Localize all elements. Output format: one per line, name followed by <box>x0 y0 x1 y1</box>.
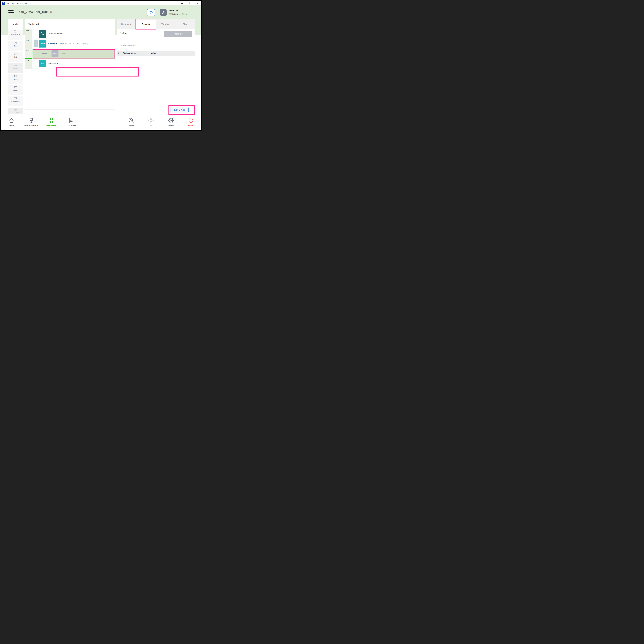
column-variable-name: Variable Name <box>123 52 136 54</box>
annotation-input[interactable] <box>120 42 192 48</box>
app-logo-icon: D <box>2 2 5 5</box>
row-separator <box>25 109 115 110</box>
table-row[interactable]: GlobalVar. GlobalVariables <box>25 29 115 39</box>
task-writer-icon <box>68 117 74 124</box>
column-hash: # <box>118 52 119 54</box>
task-list-panel: Task List 000 GlobalVar. GlobalVariables… <box>25 19 115 114</box>
task-list-title: Task List <box>28 23 39 26</box>
trash-icon <box>14 74 17 78</box>
tool-paste: Paste <box>8 63 23 73</box>
manual-mode-badge <box>160 9 167 16</box>
tool-cut[interactable]: Cut <box>8 52 23 62</box>
power-icon <box>188 117 194 124</box>
tools-panel-title: Tools <box>8 19 23 29</box>
right-panel-tabs: Command Property Variable Play <box>117 19 195 29</box>
nav-label: Home <box>2 124 21 126</box>
start-badge: Start <box>39 40 46 48</box>
multi-select-icon <box>14 30 17 34</box>
tool-label: Cut <box>8 56 23 58</box>
column-value: Value <box>151 52 156 54</box>
row-label: MainSub( Task Vel. 250.000, Acc. 1,0⋯ ) <box>48 42 88 45</box>
nav-label: Task Writer <box>61 124 81 126</box>
row-label: GlobalVariables <box>48 32 63 35</box>
gear-icon <box>168 117 174 124</box>
tree-connector-vertical <box>42 49 42 58</box>
title-bar: D DART-Platform GV02110200 <box>1 1 201 5</box>
tool-label: Delete <box>8 78 23 80</box>
home-icon <box>8 117 15 124</box>
nav-label: Setting <box>161 124 181 126</box>
tool-row-up[interactable]: Row Up <box>8 85 23 95</box>
row-label: Define <box>61 52 67 55</box>
nav-status[interactable]: Status <box>121 114 141 129</box>
nav-label: Jog <box>141 124 161 126</box>
gripper-icon <box>149 10 153 15</box>
tool-delete[interactable]: Delete <box>8 74 23 84</box>
minimize-button[interactable] <box>181 3 183 4</box>
table-row[interactable]: Start MainSub( Task Vel. 250.000, Acc. 1… <box>25 39 115 49</box>
gripper-tool-button[interactable] <box>147 9 155 16</box>
table-row[interactable]: End EndMainSub <box>25 59 115 69</box>
row-up-icon <box>14 85 17 89</box>
nav-power[interactable]: Power <box>181 114 201 129</box>
variable-table-header: # Variable Name Value <box>117 51 195 56</box>
global-var-badge: GlobalVar. <box>39 30 46 38</box>
maximize-button[interactable] <box>189 2 191 4</box>
hand-icon <box>161 10 166 15</box>
tab-play[interactable]: Play <box>175 19 195 29</box>
tool-label: Paste <box>8 67 23 69</box>
paste-icon <box>14 63 17 67</box>
edit-add-button[interactable]: Edit & Add <box>171 107 189 113</box>
screenshot-frame: D DART-Platform GV02110200 Task_20240513… <box>0 0 202 131</box>
confirm-button[interactable]: Confirm <box>164 31 192 37</box>
nav-home[interactable]: Home <box>2 114 21 129</box>
menu-hamburger-icon[interactable] <box>8 10 14 14</box>
tool-label: Row Down <box>8 100 23 102</box>
servo-status: Servo Off <box>169 10 178 12</box>
copy-icon <box>14 41 17 45</box>
tool-label: Copy <box>8 45 23 47</box>
close-icon <box>196 2 199 5</box>
tab-variable[interactable]: Variable <box>156 19 175 29</box>
tool-copy[interactable]: Copy <box>8 41 23 51</box>
tab-property[interactable]: Property <box>136 19 156 29</box>
tool-multi-select[interactable]: Multi-Select <box>8 30 23 40</box>
suppress-icon <box>14 108 17 111</box>
nav-task-builder[interactable]: Task Builder <box>41 114 61 129</box>
nav-label: Task Builder <box>41 124 61 126</box>
table-row-selected[interactable]: Define Define <box>33 49 115 59</box>
nav-label: Workcell Manager <box>21 124 41 126</box>
app-window: D DART-Platform GV02110200 Task_20240513… <box>1 1 201 130</box>
nav-jog: Jog <box>141 114 161 129</box>
nav-label: Status <box>121 124 141 126</box>
window-title: DART-Platform GV02110200 <box>6 1 27 5</box>
property-panel: Command Property Variable Play Define Co… <box>117 19 195 114</box>
nav-task-writer[interactable]: Task Writer <box>61 114 81 129</box>
tool-label: Row Up <box>8 89 23 91</box>
selected-row-number: 002 <box>25 49 32 59</box>
close-button[interactable] <box>196 2 199 5</box>
status-icon <box>128 117 134 124</box>
task-title: Task_20240513_160036 <box>17 10 52 14</box>
jog-icon <box>148 117 154 124</box>
section-title: Define <box>120 32 127 35</box>
status-datetime: 2024.05.13 4:12:34 PM <box>169 13 187 15</box>
tools-panel: Tools Multi-Select Copy <box>8 19 23 118</box>
end-badge: End <box>39 60 46 67</box>
nav-workcell-manager[interactable]: Workcell Manager <box>21 114 41 129</box>
row-down-icon <box>14 96 17 100</box>
nav-label: Power <box>181 124 201 126</box>
row-label: EndMainSub <box>48 62 60 65</box>
tab-command[interactable]: Command <box>117 19 136 29</box>
nav-setting[interactable]: Setting <box>161 114 181 129</box>
workcell-manager-icon <box>28 117 34 124</box>
cut-icon <box>14 52 17 56</box>
tree-connector-horizontal <box>42 53 47 54</box>
define-badge: Define <box>52 50 58 57</box>
bottom-navigation: Home Workcell Manager Tas <box>1 114 201 130</box>
row-params: ( Task Vel. 250.000, Acc. 1,0⋯ ) <box>59 42 88 45</box>
task-builder-icon <box>48 117 54 124</box>
tool-row-down[interactable]: Row Down <box>8 96 23 106</box>
tool-label: Suppress <box>8 111 23 113</box>
tool-label: Multi-Select <box>8 34 23 36</box>
